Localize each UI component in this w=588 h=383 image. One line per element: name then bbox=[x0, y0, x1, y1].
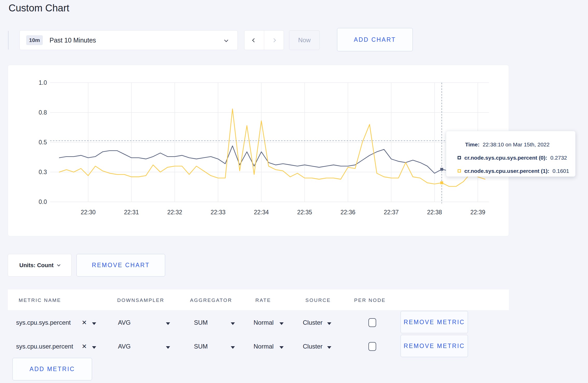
source-select[interactable]: Cluster bbox=[303, 334, 323, 359]
add-metric-button[interactable]: ADD METRIC bbox=[12, 358, 92, 380]
metric-row: sys.cpu.sys.percent✕AVGSUMNormalClusterR… bbox=[8, 310, 509, 335]
chart-panel: 0.00.30.50.81.022:3022:3122:3222:3322:34… bbox=[8, 65, 509, 236]
x-tick-label: 22:37 bbox=[384, 209, 399, 216]
rate-caret[interactable] bbox=[279, 345, 284, 350]
tooltip-series-value: 0.2732 bbox=[550, 155, 567, 161]
column-header-aggregator: AGGREGATOR bbox=[190, 297, 232, 303]
tooltip-time-label: Time: bbox=[465, 141, 480, 148]
dropdown-caret-icon bbox=[231, 322, 235, 325]
x-tick-label: 22:30 bbox=[81, 209, 96, 216]
column-header-per-node: PER NODE bbox=[354, 297, 386, 303]
x-tick-label: 22:35 bbox=[297, 209, 312, 216]
clear-metric-x-icon[interactable]: ✕ bbox=[82, 334, 87, 359]
hover-marker bbox=[440, 168, 443, 171]
aggregator-caret[interactable] bbox=[231, 345, 235, 350]
series-swatch-icon bbox=[458, 169, 461, 173]
rate-caret[interactable] bbox=[279, 321, 284, 326]
metrics-table-header: METRIC NAMEDOWNSAMPLERAGGREGATORRATESOUR… bbox=[8, 289, 509, 310]
tooltip-series-value: 0.1601 bbox=[552, 168, 569, 174]
time-series-chart[interactable]: 0.00.30.50.81.022:3022:3122:3222:3322:34… bbox=[8, 65, 509, 237]
downsampler-select[interactable]: AVG bbox=[118, 310, 131, 335]
y-tick-label: 0.0 bbox=[39, 198, 47, 205]
column-header-metric-name: METRIC NAME bbox=[19, 297, 61, 303]
chevron-right-icon bbox=[272, 38, 276, 42]
rate-select[interactable]: Normal bbox=[254, 310, 274, 335]
dropdown-caret-icon bbox=[92, 322, 96, 325]
downsampler-caret[interactable] bbox=[166, 345, 170, 350]
remove-metric-button[interactable]: REMOVE METRIC bbox=[401, 311, 468, 333]
chart-hover-tooltip: Time: 22:38:10 on Mar 15th, 2022 cr.node… bbox=[446, 131, 576, 177]
chevron-down-icon bbox=[224, 38, 228, 42]
tooltip-series-row: cr.node.sys.cpu.sys.percent (0):0.2732 bbox=[458, 151, 570, 164]
dropdown-caret-icon bbox=[166, 322, 170, 325]
x-tick-label: 22:32 bbox=[167, 209, 182, 216]
add-chart-button[interactable]: ADD CHART bbox=[337, 28, 413, 51]
next-window-button[interactable] bbox=[264, 31, 284, 50]
aggregator-select[interactable]: SUM bbox=[194, 310, 208, 335]
downsampler-caret[interactable] bbox=[166, 321, 170, 326]
tooltip-series-row: cr.node.sys.cpu.user.percent (1):0.1601 bbox=[458, 164, 570, 178]
time-range-label: Past 10 Minutes bbox=[50, 37, 96, 44]
tooltip-series-name: cr.node.sys.cpu.sys.percent (0): bbox=[464, 155, 547, 161]
metric-name-select[interactable]: sys.cpu.user.percent bbox=[16, 334, 73, 359]
metric-name-caret[interactable] bbox=[92, 345, 96, 350]
now-button[interactable]: Now bbox=[289, 30, 320, 50]
remove-metric-button[interactable]: REMOVE METRIC bbox=[401, 335, 468, 357]
x-tick-label: 22:38 bbox=[427, 209, 442, 216]
units-label: Units: Count bbox=[19, 262, 54, 269]
chevron-down-icon bbox=[57, 263, 61, 266]
clear-metric-x-icon[interactable]: ✕ bbox=[82, 310, 87, 335]
y-tick-label: 0.5 bbox=[39, 139, 47, 146]
metric-row: sys.cpu.user.percent✕AVGSUMNormalCluster… bbox=[8, 334, 509, 359]
tooltip-series-name: cr.node.sys.cpu.user.percent (1): bbox=[464, 168, 549, 174]
x-tick-label: 22:39 bbox=[470, 209, 485, 216]
downsampler-select[interactable]: AVG bbox=[118, 334, 131, 359]
per-node-checkbox[interactable] bbox=[368, 342, 376, 351]
dropdown-caret-icon bbox=[279, 322, 284, 325]
column-header-downsampler: DOWNSAMPLER bbox=[117, 297, 164, 303]
dropdown-caret-icon bbox=[166, 346, 170, 349]
y-tick-label: 0.3 bbox=[39, 169, 47, 175]
rate-select[interactable]: Normal bbox=[254, 334, 274, 359]
dropdown-caret-icon bbox=[327, 346, 331, 349]
column-header-rate: RATE bbox=[255, 297, 271, 303]
metric-name-select[interactable]: sys.cpu.sys.percent bbox=[16, 310, 71, 335]
tooltip-time-row: Time: 22:38:10 on Mar 15th, 2022 bbox=[458, 138, 570, 151]
source-caret[interactable] bbox=[327, 321, 331, 326]
source-caret[interactable] bbox=[327, 345, 331, 350]
tooltip-time-value: 22:38:10 on Mar 15th, 2022 bbox=[483, 141, 550, 148]
series-swatch-icon bbox=[458, 156, 461, 159]
x-tick-label: 22:33 bbox=[211, 209, 226, 216]
y-tick-label: 0.8 bbox=[39, 109, 47, 116]
aggregator-select[interactable]: SUM bbox=[194, 334, 208, 359]
dropdown-caret-icon bbox=[279, 346, 284, 349]
dropdown-caret-icon bbox=[231, 346, 235, 349]
page-title: Custom Chart bbox=[9, 3, 69, 14]
series-line-sys bbox=[59, 146, 485, 173]
toolbar-divider bbox=[8, 31, 9, 49]
hover-marker bbox=[440, 181, 443, 184]
remove-chart-button[interactable]: REMOVE CHART bbox=[76, 254, 165, 276]
time-range-badge: 10m bbox=[26, 35, 43, 45]
units-select[interactable]: Units: Count bbox=[8, 254, 72, 276]
prev-window-button[interactable] bbox=[244, 31, 264, 50]
per-node-checkbox[interactable] bbox=[368, 318, 376, 327]
metric-name-caret[interactable] bbox=[92, 321, 96, 326]
source-select[interactable]: Cluster bbox=[303, 310, 323, 335]
chevron-left-icon bbox=[252, 38, 256, 42]
time-range-select[interactable]: 10m Past 10 Minutes bbox=[19, 30, 238, 50]
dropdown-caret-icon bbox=[92, 346, 96, 349]
time-window-pager bbox=[244, 30, 284, 50]
x-tick-label: 22:34 bbox=[254, 209, 269, 216]
x-tick-label: 22:31 bbox=[124, 209, 139, 216]
x-tick-label: 22:36 bbox=[340, 209, 355, 216]
dropdown-caret-icon bbox=[327, 322, 331, 325]
y-tick-label: 1.0 bbox=[39, 79, 47, 86]
aggregator-caret[interactable] bbox=[231, 321, 235, 326]
series-line-user bbox=[59, 109, 485, 186]
column-header-source: SOURCE bbox=[305, 297, 331, 303]
